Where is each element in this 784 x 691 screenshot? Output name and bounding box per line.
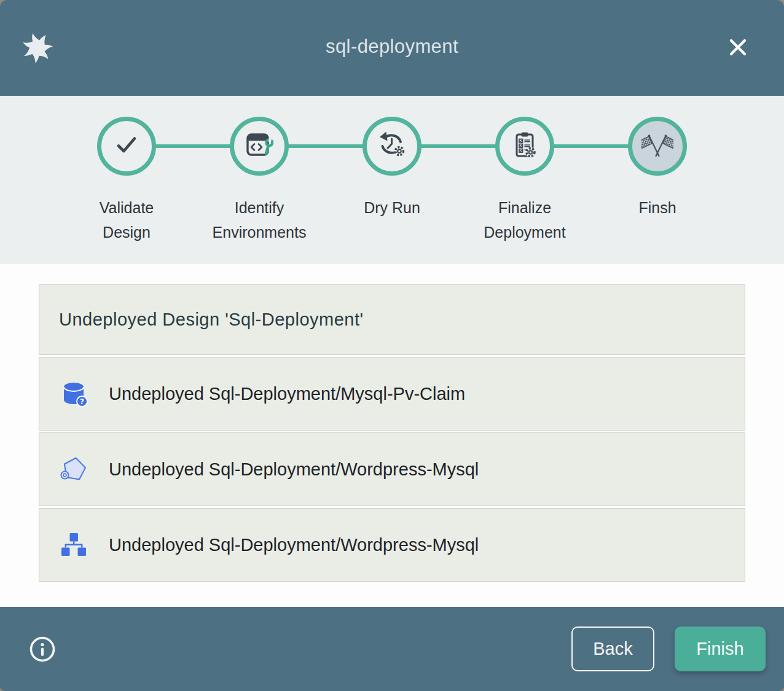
step-label: Finalize Deployment	[484, 195, 565, 244]
checkered-flags-icon	[641, 130, 673, 162]
back-button[interactable]: Back	[571, 627, 654, 671]
step-dry-run[interactable]: Dry Run	[326, 117, 458, 244]
dialog-title: sql-deployment	[0, 36, 784, 58]
status-row-wordpress-mysql-deployment: Undeployed Sql-Deployment/Wordpress-Mysq…	[39, 508, 745, 582]
code-window-wrench-icon	[243, 130, 275, 162]
sync-gear-icon	[377, 130, 407, 162]
wizard-stepper: Validate Design	[0, 96, 784, 264]
deployment-status-panel: Undeployed Design 'Sql-Deployment' ? Und…	[0, 264, 784, 607]
step-finsh[interactable]: Finsh	[591, 117, 724, 244]
status-text: Undeployed Design 'Sql-Deployment'	[59, 310, 364, 330]
step-label: Dry Run	[364, 195, 420, 220]
step-finalize-deployment[interactable]: Finalize Deployment	[458, 117, 591, 244]
checkmark-icon	[112, 130, 141, 162]
database-question-icon: ?	[59, 379, 88, 408]
close-icon[interactable]	[726, 36, 750, 59]
clipboard-gear-icon	[510, 130, 539, 162]
status-row-mysql-pv-claim: ? Undeployed Sql-Deployment/Mysql-Pv-Cla…	[39, 357, 745, 431]
step-identify-environments[interactable]: Identify Environments	[193, 117, 326, 244]
status-row-design: Undeployed Design 'Sql-Deployment'	[39, 284, 745, 355]
status-row-wordpress-mysql-service: Undeployed Sql-Deployment/Wordpress-Mysq…	[39, 432, 745, 506]
status-text: Undeployed Sql-Deployment/Mysql-Pv-Claim	[109, 384, 465, 404]
step-label: Finsh	[638, 195, 676, 220]
step-label: Identify Environments	[213, 195, 307, 244]
sitemap-icon	[59, 530, 88, 560]
step-validate-design[interactable]: Validate Design	[60, 117, 193, 244]
status-text: Undeployed Sql-Deployment/Wordpress-Mysq…	[109, 535, 479, 555]
finish-button[interactable]: Finish	[675, 627, 766, 671]
pentagon-service-icon	[59, 455, 88, 484]
svg-text:?: ?	[80, 397, 84, 406]
sql-deployment-dialog: sql-deployment Validate Design	[0, 0, 784, 691]
dialog-footer: Back Finish	[0, 607, 784, 691]
status-text: Undeployed Sql-Deployment/Wordpress-Mysq…	[109, 459, 479, 480]
info-circle-icon[interactable]	[28, 635, 57, 663]
step-label: Validate Design	[100, 195, 154, 244]
dialog-header: sql-deployment	[0, 0, 784, 96]
